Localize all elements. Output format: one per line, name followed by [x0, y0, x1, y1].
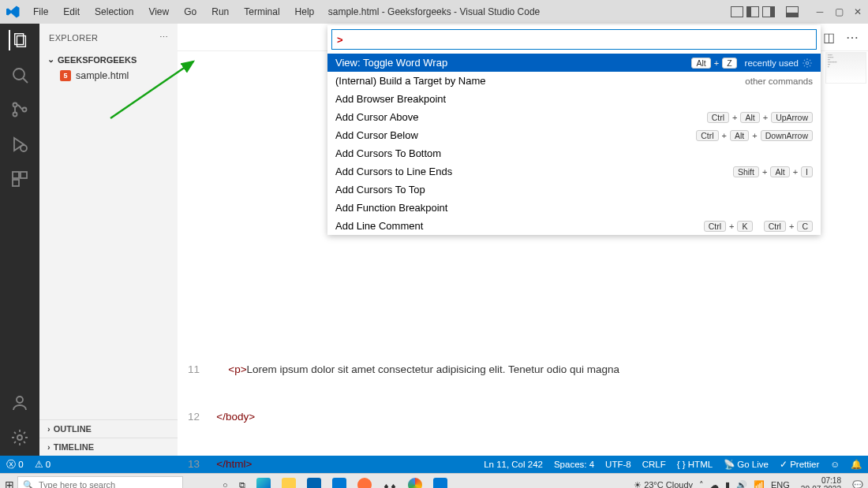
- svg-point-4: [13, 103, 17, 107]
- maximize-button[interactable]: ▢: [833, 6, 844, 17]
- palette-item-label: Add Cursors to Line Ends: [335, 166, 452, 177]
- explorer-icon[interactable]: [9, 30, 29, 50]
- palette-item[interactable]: Add Function Breakpoint: [327, 199, 821, 217]
- taskbar-search[interactable]: 🔍 Type here to search: [17, 476, 183, 488]
- explorer-more-icon[interactable]: ⋯: [159, 32, 168, 43]
- palette-item[interactable]: Add Cursors to Line EndsShift+Alt+I: [327, 162, 821, 181]
- explorer-title: EXPLORER: [49, 33, 98, 43]
- outline-label: OUTLINE: [54, 424, 92, 434]
- key: Ctrl: [707, 112, 729, 123]
- close-button[interactable]: ✕: [852, 6, 863, 17]
- outline-section[interactable]: ›OUTLINE: [39, 419, 178, 438]
- extensions-icon[interactable]: [9, 169, 30, 189]
- key: C: [797, 221, 813, 232]
- key: Ctrl: [704, 221, 726, 232]
- svg-rect-9: [21, 172, 27, 178]
- timeline-label: TIMELINE: [54, 442, 94, 452]
- menu-selection[interactable]: Selection: [88, 3, 140, 20]
- menu-help[interactable]: Help: [289, 3, 321, 20]
- key: K: [737, 221, 752, 232]
- palette-item[interactable]: Add Cursors To Top: [327, 181, 821, 199]
- editor-more-icon[interactable]: ⋯: [846, 30, 859, 45]
- key: Z: [722, 58, 736, 69]
- palette-item[interactable]: Add Cursors To Bottom: [327, 144, 821, 162]
- code-text: Lorem ipsum dolor sit amet consectetur a…: [247, 362, 620, 378]
- key: UpArrow: [771, 112, 813, 123]
- minimap[interactable]: ▀▀▀▀▀▀▀▀▀▀▀▀▀▀▀▀▀▀▀▀▀▀: [825, 52, 866, 84]
- menu-edit[interactable]: Edit: [57, 3, 86, 20]
- palette-item-label: Add Browser Breakpoint: [335, 93, 446, 105]
- palette-item[interactable]: (Internal) Build a Target by Nameother c…: [327, 72, 821, 90]
- palette-item[interactable]: Add Cursor BelowCtrl+Alt+DownArrow: [327, 126, 821, 144]
- svg-point-13: [806, 61, 809, 65]
- layout-controls[interactable]: [731, 6, 799, 17]
- menu-go[interactable]: Go: [178, 3, 203, 20]
- error-count: 0: [18, 460, 23, 469]
- html5-icon: 5: [60, 70, 71, 81]
- menu-view[interactable]: View: [142, 3, 175, 20]
- menu-file[interactable]: File: [27, 3, 54, 20]
- menu-bar: File Edit Selection View Go Run Terminal…: [27, 3, 320, 20]
- palette-item-label: Add Function Breakpoint: [335, 202, 447, 214]
- line-number: 11: [184, 362, 208, 378]
- command-palette: > View: Toggle Word Wrap Alt+Zrecently u…: [327, 25, 821, 235]
- svg-point-12: [17, 435, 22, 440]
- code-tag: <p>: [228, 362, 246, 378]
- key: Alt: [770, 166, 789, 177]
- start-button[interactable]: ⊞: [5, 479, 14, 488]
- window-title: sample.html - Geeksforgeeks - Visual Stu…: [328, 6, 541, 17]
- palette-item[interactable]: Add Cursor AboveCtrl+Alt+UpArrow: [327, 108, 821, 126]
- key: Alt: [730, 130, 749, 141]
- chevron-right-icon: ›: [47, 424, 51, 434]
- folder-name: GEEKSFORGEEKS: [58, 55, 137, 65]
- palette-item-label: (Internal) Build a Target by Name: [335, 75, 486, 87]
- palette-item-label: Add Cursor Above: [335, 111, 419, 123]
- command-palette-list: View: Toggle Word Wrap Alt+Zrecently use…: [327, 54, 821, 235]
- warning-count: 0: [46, 460, 51, 469]
- command-palette-input-wrap[interactable]: >: [331, 29, 817, 50]
- palette-item[interactable]: Add Line CommentCtrl+K Ctrl+C: [327, 217, 821, 235]
- run-debug-icon[interactable]: [9, 134, 30, 155]
- code-tag: </body>: [216, 409, 255, 425]
- key: Alt: [691, 58, 710, 69]
- explorer-sidebar: EXPLORER ⋯ ⌄ GEEKSFORGEEKS 5 sample.html…: [39, 24, 178, 456]
- file-item-sample[interactable]: 5 sample.html: [39, 68, 178, 84]
- palette-item-label: Add Line Comment: [335, 220, 423, 232]
- source-control-icon[interactable]: [9, 99, 30, 120]
- timeline-section[interactable]: ›TIMELINE: [39, 438, 178, 456]
- settings-gear-icon[interactable]: [9, 427, 30, 448]
- minimize-button[interactable]: ─: [814, 6, 825, 17]
- palette-item-label: Add Cursor Below: [335, 129, 418, 141]
- key: I: [801, 166, 813, 177]
- palette-hint: other commands: [745, 76, 813, 86]
- command-palette-input[interactable]: [345, 34, 811, 46]
- palette-item-label: View: Toggle Word Wrap: [335, 57, 447, 69]
- key: DownArrow: [761, 130, 813, 141]
- svg-rect-8: [13, 172, 19, 178]
- status-warnings[interactable]: ⚠ 0: [35, 459, 51, 470]
- palette-item[interactable]: Add Browser Breakpoint: [327, 90, 821, 108]
- palette-hint: recently used: [745, 58, 799, 68]
- search-icon[interactable]: [9, 65, 30, 85]
- line-number: 13: [184, 456, 208, 472]
- menu-terminal[interactable]: Terminal: [238, 3, 286, 20]
- svg-rect-10: [13, 180, 19, 186]
- folder-header[interactable]: ⌄ GEEKSFORGEEKS: [39, 51, 178, 68]
- svg-line-3: [23, 78, 28, 83]
- vscode-icon: [6, 5, 21, 19]
- svg-point-5: [13, 113, 17, 117]
- status-errors[interactable]: ⓧ 0: [6, 459, 24, 471]
- activity-bar: [0, 24, 39, 456]
- input-prefix: >: [337, 34, 343, 46]
- menu-run[interactable]: Run: [205, 3, 235, 20]
- svg-point-11: [17, 397, 23, 403]
- chevron-down-icon: ⌄: [47, 54, 54, 65]
- split-editor-icon[interactable]: ◫: [823, 30, 835, 45]
- svg-point-6: [23, 108, 27, 112]
- editor-area: ▷ ◫ ⋯ ▀▀▀▀▀▀▀▀▀▀▀▀▀▀▀▀▀▀▀▀▀▀ > View: Tog…: [178, 24, 868, 456]
- key: Ctrl: [696, 130, 718, 141]
- account-icon[interactable]: [9, 393, 30, 413]
- palette-item-label: Add Cursors To Top: [335, 184, 425, 196]
- gear-icon[interactable]: [802, 58, 813, 69]
- palette-item-toggle-word-wrap[interactable]: View: Toggle Word Wrap Alt+Zrecently use…: [327, 54, 821, 72]
